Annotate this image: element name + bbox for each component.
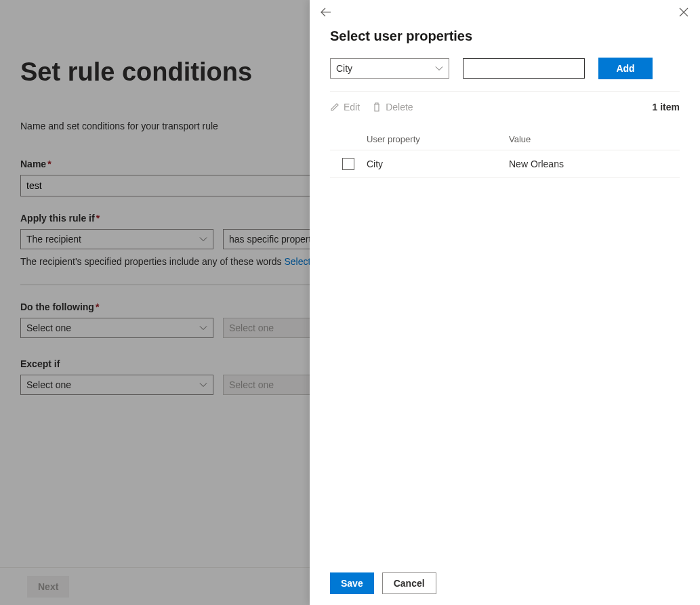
trash-icon [372, 102, 382, 112]
panel-divider [330, 91, 680, 92]
save-button[interactable]: Save [330, 572, 374, 594]
property-add-row: City Add [330, 58, 680, 79]
table-row[interactable]: City New Orleans [330, 150, 680, 178]
panel-footer: Save Cancel [310, 562, 700, 605]
edit-label: Edit [344, 102, 360, 112]
back-button[interactable] [318, 4, 334, 20]
close-icon [679, 7, 688, 17]
panel-toolbar: Edit Delete 1 item [330, 102, 680, 112]
arrow-left-icon [321, 7, 331, 18]
cancel-button[interactable]: Cancel [382, 572, 436, 594]
delete-button: Delete [372, 102, 413, 112]
add-button[interactable]: Add [598, 58, 653, 79]
row-value-cell: New Orleans [509, 159, 680, 169]
item-count: 1 item [653, 102, 680, 112]
row-checkbox-cell [330, 158, 367, 170]
close-button[interactable] [676, 4, 692, 20]
property-type-select[interactable]: City [330, 58, 449, 79]
table-header: User property Value [330, 129, 680, 150]
panel-content: Select user properties City Add Edit [310, 24, 700, 562]
column-header-value: Value [509, 134, 680, 144]
panel-header-icons [310, 0, 700, 24]
chevron-down-icon [435, 64, 443, 72]
select-user-properties-panel: Select user properties City Add Edit [310, 0, 700, 605]
property-type-value: City [336, 63, 352, 74]
panel-title: Select user properties [330, 28, 680, 44]
row-property-cell: City [367, 159, 509, 169]
toolbar-actions: Edit Delete [330, 102, 413, 112]
edit-button: Edit [330, 102, 360, 112]
column-header-property: User property [367, 134, 509, 144]
row-checkbox[interactable] [342, 158, 354, 170]
edit-icon [330, 102, 339, 112]
property-value-input[interactable] [463, 58, 585, 79]
delete-label: Delete [386, 102, 413, 112]
